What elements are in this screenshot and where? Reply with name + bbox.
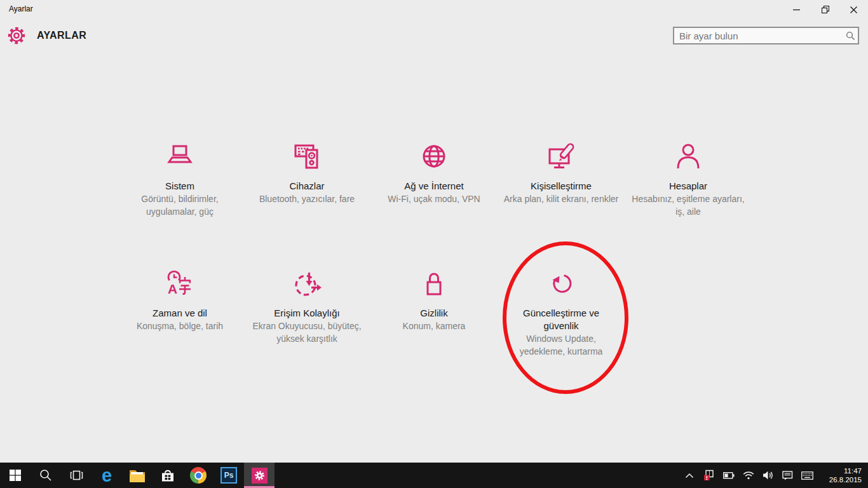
- restore-button[interactable]: [811, 0, 839, 19]
- photoshop-icon: Ps: [220, 467, 237, 484]
- tile-subtitle: Windows Update, yedekleme, kurtarma: [510, 332, 612, 358]
- tile-gizlilik[interactable]: Gizlilik Konum, kamera: [370, 268, 498, 358]
- window-title: Ayarlar: [9, 4, 33, 13]
- window-controls: [782, 0, 868, 19]
- action-center-icon[interactable]: [778, 463, 797, 488]
- tile-subtitle: Hesabınız, eşitleme ayarları, iş, aile: [627, 193, 749, 218]
- chrome-button[interactable]: [183, 463, 214, 488]
- touch-keyboard-icon[interactable]: [797, 463, 817, 488]
- edge-button[interactable]: e: [92, 463, 122, 488]
- tile-title: Sistem: [116, 180, 243, 193]
- task-view-icon: [70, 470, 83, 481]
- tile-guncellestirme-ve-guvenlik[interactable]: Güncelleştirme ve güvenlik Windows Updat…: [498, 268, 625, 358]
- tile-title: Güncelleştirme ve güvenlik: [505, 307, 618, 332]
- tile-subtitle: Konum, kamera: [373, 320, 495, 332]
- tile-ag-ve-internet[interactable]: Ağ ve İnternet Wi-Fi, uçak modu, VPN: [370, 140, 498, 218]
- taskbar-search-button[interactable]: [31, 463, 61, 488]
- tile-subtitle: Konuşma, bölge, tarih: [119, 320, 241, 332]
- update-security-icon: [498, 268, 625, 299]
- globe-icon: [370, 140, 498, 172]
- minimize-button[interactable]: [782, 0, 811, 19]
- settings-gear-icon: [8, 27, 25, 44]
- edge-icon: e: [102, 466, 112, 485]
- tile-subtitle: Wi-Fi, uçak modu, VPN: [373, 193, 495, 205]
- tile-kisisellestirme[interactable]: Kişiselleştirme Arka plan, kilit ekranı,…: [498, 140, 625, 218]
- search-box: [673, 27, 859, 44]
- file-explorer-button[interactable]: [122, 463, 153, 488]
- privacy-lock-icon: [370, 268, 498, 299]
- tile-sistem[interactable]: Sistem Görüntü, bildirimler, uygulamalar…: [116, 140, 243, 218]
- close-button[interactable]: [839, 0, 868, 19]
- tile-title: Ağ ve İnternet: [370, 180, 498, 193]
- personalization-icon: [498, 140, 625, 172]
- battery-icon[interactable]: [719, 463, 738, 488]
- photoshop-button[interactable]: Ps: [214, 463, 244, 488]
- tiles-row-2: A Zaman ve dil Konuşma, bölge, tarih: [116, 268, 625, 358]
- settings-taskbar-button[interactable]: [244, 463, 275, 488]
- devices-icon: [243, 140, 370, 172]
- clock-time: 11:47: [817, 466, 862, 475]
- svg-text:A: A: [168, 281, 177, 296]
- search-input[interactable]: [674, 30, 843, 41]
- taskbar-clock[interactable]: 11:47 26.8.2015: [817, 466, 868, 484]
- search-icon: [39, 469, 52, 482]
- laptop-icon: [116, 140, 243, 172]
- chrome-icon: [190, 467, 207, 484]
- store-button[interactable]: [153, 463, 183, 488]
- magnifier-icon[interactable]: [843, 31, 858, 41]
- tile-subtitle: Ekran Okuyucusu, büyüteç, yüksek karşıtl…: [246, 320, 368, 345]
- tile-erisim-kolayligi[interactable]: Erişim Kolaylığı Ekran Okuyucusu, büyüte…: [243, 268, 370, 358]
- settings-app-icon: [252, 468, 268, 484]
- tile-cihazlar[interactable]: Cihazlar Bluetooth, yazıcılar, fare: [243, 140, 370, 218]
- windows-logo-icon: [9, 469, 22, 482]
- tile-title: Erişim Kolaylığı: [243, 307, 370, 320]
- tiles-row-1: Sistem Görüntü, bildirimler, uygulamalar…: [116, 140, 752, 218]
- security-flag-icon[interactable]: [699, 463, 719, 488]
- settings-window: Ayarlar AYARLAR: [0, 0, 868, 488]
- tile-subtitle: Bluetooth, yazıcılar, fare: [246, 193, 368, 205]
- tile-title: Zaman ve dil: [116, 307, 243, 320]
- tile-subtitle: Arka plan, kilit ekranı, renkler: [500, 193, 622, 205]
- taskbar: e Ps: [0, 463, 868, 488]
- tile-zaman-ve-dil[interactable]: A Zaman ve dil Konuşma, bölge, tarih: [116, 268, 243, 358]
- tile-title: Kişiselleştirme: [498, 180, 625, 193]
- system-tray: 11:47 26.8.2015: [679, 463, 868, 488]
- task-view-button[interactable]: [61, 463, 92, 488]
- volume-icon[interactable]: [758, 463, 778, 488]
- wifi-icon[interactable]: [738, 463, 758, 488]
- page-title: AYARLAR: [37, 30, 86, 41]
- tile-hesaplar[interactable]: Hesaplar Hesabınız, eşitleme ayarları, i…: [625, 140, 752, 218]
- tile-title: Hesaplar: [625, 180, 752, 193]
- start-button[interactable]: [0, 463, 31, 488]
- folder-icon: [129, 468, 146, 482]
- ease-of-access-icon: [243, 268, 370, 299]
- tile-title: Cihazlar: [243, 180, 370, 193]
- time-language-icon: A: [116, 268, 243, 299]
- tile-title: Gizlilik: [370, 307, 498, 320]
- clock-date: 26.8.2015: [817, 475, 862, 484]
- person-icon: [625, 140, 752, 172]
- chevron-up-icon[interactable]: [679, 463, 699, 488]
- tile-subtitle: Görüntü, bildirimler, uygulamalar, güç: [119, 193, 241, 218]
- store-icon: [160, 468, 175, 483]
